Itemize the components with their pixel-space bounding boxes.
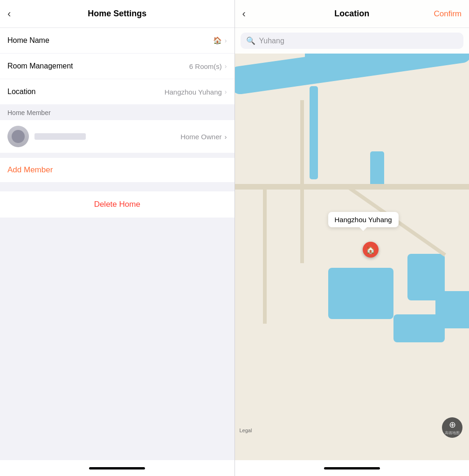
home-name-row[interactable]: Home Name 🏠 › xyxy=(0,28,234,54)
right-back-button[interactable]: ‹ xyxy=(242,8,246,20)
home-name-label: Home Name xyxy=(7,36,49,45)
pin-circle: 🏠 xyxy=(363,242,379,258)
avatar-inner xyxy=(7,126,29,147)
home-name-chevron: › xyxy=(225,37,227,44)
left-panel: ‹ Home Settings Home Name 🏠 › Room Manag… xyxy=(0,0,234,476)
tooltip-text: Hangzhou Yuhang xyxy=(335,216,392,224)
pin-house-icon: 🏠 xyxy=(366,245,375,254)
left-header: ‹ Home Settings xyxy=(0,0,234,28)
search-bar-container: 🔍 Yuhang xyxy=(235,28,469,54)
left-bottom-bar xyxy=(0,460,234,476)
divider-1 xyxy=(0,153,234,157)
road-vert-2 xyxy=(263,184,267,324)
compass-icon: ⊕ xyxy=(449,420,456,430)
avatar-face xyxy=(12,130,25,143)
member-right: Home Owner › xyxy=(180,133,227,141)
location-row[interactable]: Location Hangzhou Yuhang › xyxy=(0,79,234,104)
search-icon: 🔍 xyxy=(246,36,255,45)
member-role: Home Owner xyxy=(180,133,221,141)
home-member-label: Home Member xyxy=(7,109,51,116)
room-count: 6 Room(s) xyxy=(189,62,222,70)
room-management-right: 6 Room(s) › xyxy=(189,62,227,70)
water-lake-4 xyxy=(393,314,445,342)
map-area: Hangzhou Yuhang 🏠 Legal ⊕ 高德地图 xyxy=(235,54,469,460)
right-header: ‹ Location Confirm xyxy=(235,0,469,28)
right-bottom-bar xyxy=(235,460,469,476)
home-icon: 🏠 xyxy=(213,36,222,45)
location-chevron: › xyxy=(225,88,227,95)
location-pin: 🏠 xyxy=(363,242,379,258)
left-title: Home Settings xyxy=(88,9,146,19)
divider-2 xyxy=(0,182,234,191)
left-back-button[interactable]: ‹ xyxy=(7,8,11,20)
home-member-section-header: Home Member xyxy=(0,104,234,120)
room-management-chevron: › xyxy=(225,62,227,70)
location-right: Hangzhou Yuhang › xyxy=(165,88,227,96)
member-row[interactable]: Home Owner › xyxy=(0,120,234,153)
right-home-indicator xyxy=(324,467,380,469)
left-home-indicator xyxy=(89,467,145,469)
member-left xyxy=(7,126,86,147)
legal-text: Legal xyxy=(240,428,252,433)
room-management-row[interactable]: Room Management 6 Room(s) › xyxy=(0,54,234,79)
left-content: Home Name 🏠 › Room Management 6 Room(s) … xyxy=(0,28,234,460)
search-input[interactable]: Yuhang xyxy=(259,37,284,45)
add-member-label: Add Member xyxy=(7,165,53,174)
location-tooltip: Hangzhou Yuhang xyxy=(328,212,399,227)
road-diagonal-1 xyxy=(300,100,304,263)
delete-home-label: Delete Home xyxy=(94,200,140,209)
water-lake-1 xyxy=(328,268,393,319)
compass-button[interactable]: ⊕ 高德地图 xyxy=(442,417,462,438)
water-upper-right xyxy=(370,151,384,189)
room-management-label: Room Management xyxy=(7,62,73,70)
location-value: Hangzhou Yuhang xyxy=(165,88,222,96)
settings-group: Home Name 🏠 › Room Management 6 Room(s) … xyxy=(0,28,234,104)
right-title: Location xyxy=(334,9,369,19)
search-bar[interactable]: 🔍 Yuhang xyxy=(241,33,464,49)
location-label: Location xyxy=(7,88,36,96)
delete-home-row[interactable]: Delete Home xyxy=(0,191,234,218)
home-name-right: 🏠 › xyxy=(213,36,227,45)
member-chevron: › xyxy=(225,133,227,141)
right-panel: ‹ Location Confirm 🔍 Yuhang xyxy=(235,0,469,476)
add-member-row[interactable]: Add Member xyxy=(0,158,234,182)
member-name-placeholder xyxy=(34,133,86,140)
compass-label: 高德地图 xyxy=(445,430,460,435)
avatar xyxy=(7,126,29,147)
water-canal-left xyxy=(310,86,318,179)
confirm-button[interactable]: Confirm xyxy=(434,9,462,19)
